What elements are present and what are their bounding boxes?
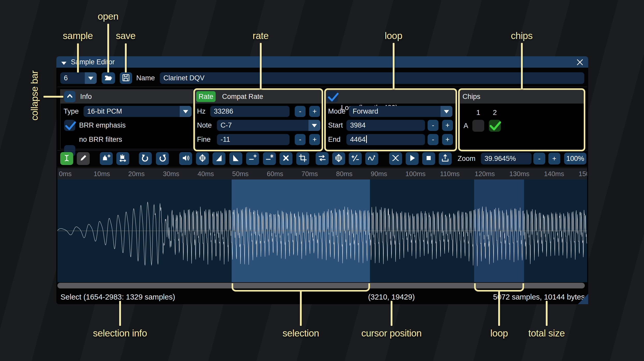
fade-in-button[interactable] bbox=[213, 152, 225, 165]
chips-callout-box bbox=[458, 88, 585, 151]
select-tool-button[interactable] bbox=[60, 152, 73, 165]
annotation-leader-line bbox=[260, 43, 262, 89]
annotation-cursor-position: cursor position bbox=[361, 328, 421, 339]
chevron-down-icon[interactable] bbox=[180, 106, 192, 117]
annotation-open: open bbox=[98, 11, 118, 22]
reverse-button[interactable] bbox=[316, 152, 329, 165]
ibeam-icon bbox=[62, 153, 71, 164]
status-bar: Select (1654-2983: 1329 samples) (3210, … bbox=[56, 290, 588, 304]
apply-filter-button[interactable] bbox=[365, 152, 378, 165]
annotation-leader-line bbox=[498, 291, 500, 326]
brr-emphasis-label: BRR emphasis bbox=[79, 120, 126, 131]
zoom-out-button[interactable]: - bbox=[533, 153, 545, 164]
ruler-tick-label: 0ms bbox=[59, 168, 72, 179]
collapse-button[interactable] bbox=[64, 91, 75, 102]
ruler-tick-label: 100ms bbox=[405, 168, 426, 179]
annotation-selection: selection bbox=[283, 328, 319, 339]
undo-button[interactable] bbox=[139, 152, 152, 165]
resample-icon bbox=[102, 153, 111, 164]
titlebar[interactable]: Sample Editor bbox=[56, 56, 588, 68]
ruler-tick-label: 40ms bbox=[198, 168, 214, 179]
invert-icon bbox=[334, 153, 343, 164]
chevron-up-icon bbox=[66, 92, 74, 101]
undo-icon bbox=[141, 153, 150, 164]
zoom-reset-button[interactable]: 100% bbox=[564, 153, 586, 164]
zoom-label: Zoom bbox=[458, 152, 475, 165]
folder-open-icon bbox=[103, 73, 113, 83]
import-icon bbox=[441, 153, 450, 164]
invert-button[interactable] bbox=[332, 152, 345, 165]
normalize-button[interactable] bbox=[196, 152, 209, 165]
annotation-leader-line bbox=[107, 24, 109, 73]
crossfade-button[interactable] bbox=[389, 152, 402, 165]
play-icon bbox=[407, 153, 417, 164]
signed-unsigned-button[interactable] bbox=[349, 152, 362, 165]
apply-silence-icon bbox=[265, 153, 274, 164]
stop-preview-button[interactable] bbox=[422, 152, 435, 165]
ruler-tick-label: 10ms bbox=[94, 168, 110, 179]
annotation-save: save bbox=[116, 30, 135, 41]
insert-silence-button[interactable] bbox=[246, 152, 259, 165]
ruler-tick-label: 150ms bbox=[579, 168, 587, 179]
redo-button[interactable] bbox=[156, 152, 169, 165]
zoom-in-button[interactable]: + bbox=[548, 153, 560, 164]
window-collapse-icon[interactable] bbox=[60, 60, 67, 68]
ruler-tick-label: 50ms bbox=[232, 168, 249, 179]
delete-button[interactable] bbox=[279, 152, 292, 165]
ruler-tick-label: 20ms bbox=[128, 168, 145, 179]
fade-out-button[interactable] bbox=[229, 152, 242, 165]
fade-out-icon bbox=[231, 153, 240, 164]
fade-in-icon bbox=[214, 153, 224, 164]
info-panel-header: Info bbox=[60, 90, 193, 104]
screenshot-stage: Sample Editor 6 Name Clarinet DQV bbox=[0, 0, 644, 361]
type-value: 16-bit PCM bbox=[87, 106, 122, 117]
rate-callout-box bbox=[193, 88, 323, 151]
annotation-leader-line bbox=[300, 291, 302, 326]
ruler-tick-label: 30ms bbox=[163, 168, 179, 179]
annotation-rate: rate bbox=[253, 30, 269, 41]
ruler-tick-label: 130ms bbox=[509, 168, 529, 179]
pencil-icon bbox=[79, 153, 88, 164]
zoom-input[interactable]: 39.9645% bbox=[481, 153, 532, 164]
resize-icon bbox=[118, 153, 127, 164]
import-sample-button[interactable] bbox=[439, 152, 452, 165]
annotation-leader-line bbox=[546, 301, 548, 326]
preview-button[interactable] bbox=[406, 152, 419, 165]
name-input[interactable]: Clarinet DQV bbox=[160, 72, 584, 84]
brr-emphasis-checkbox[interactable] bbox=[64, 120, 75, 131]
timeline-ruler[interactable]: 0ms10ms20ms30ms40ms50ms60ms70ms80ms90ms1… bbox=[57, 168, 587, 179]
selection-bracket bbox=[232, 283, 370, 292]
trim-button[interactable] bbox=[296, 152, 309, 165]
type-select[interactable]: 16-bit PCM bbox=[84, 106, 192, 117]
resample-button[interactable] bbox=[100, 152, 113, 165]
name-label: Name bbox=[136, 72, 155, 84]
ruler-tick-label: 70ms bbox=[301, 168, 318, 179]
annotation-leader-line bbox=[119, 301, 121, 326]
separator bbox=[57, 87, 587, 87]
resize-grip[interactable] bbox=[578, 294, 588, 304]
redo-icon bbox=[158, 153, 167, 164]
sample-number-value: 6 bbox=[64, 72, 68, 84]
annotation-sample: sample bbox=[63, 30, 93, 41]
annotation-leader-line bbox=[43, 96, 63, 98]
resize-button[interactable] bbox=[116, 152, 129, 165]
annotation-loop-bottom: loop bbox=[490, 328, 508, 339]
save-button[interactable] bbox=[120, 72, 132, 84]
sample-number-select[interactable]: 6 bbox=[60, 72, 97, 84]
close-icon[interactable] bbox=[575, 58, 585, 67]
info-panel-title: Info bbox=[80, 90, 92, 104]
draw-tool-button[interactable] bbox=[77, 152, 90, 165]
amplify-button[interactable] bbox=[179, 152, 192, 165]
annotation-leader-line bbox=[521, 43, 523, 89]
open-button[interactable] bbox=[102, 72, 115, 84]
annotation-chips: chips bbox=[511, 30, 533, 41]
chevron-down-icon[interactable] bbox=[85, 72, 97, 84]
apply-silence-button[interactable] bbox=[263, 152, 276, 165]
waveform-canvas[interactable] bbox=[57, 179, 587, 282]
status-total-size: 5072 samples, 10144 bytes bbox=[493, 290, 585, 304]
annotation-leader-line bbox=[391, 301, 392, 326]
annotation-total-size: total size bbox=[528, 328, 565, 339]
annotation-selection-info: selection info bbox=[93, 328, 147, 339]
loop-bracket bbox=[474, 283, 524, 292]
normalize-icon bbox=[198, 153, 207, 164]
